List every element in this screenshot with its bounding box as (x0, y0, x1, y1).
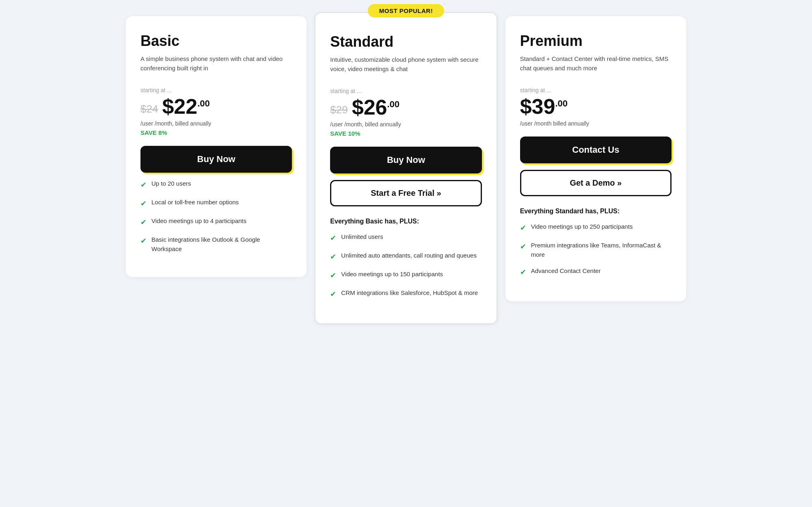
check-icon: ✔ (520, 267, 526, 278)
plan-name: Basic (140, 32, 292, 50)
feature-item: ✔ Unlimited users (330, 232, 482, 244)
plan-card-basic: BasicA simple business phone system with… (126, 16, 307, 277)
check-icon: ✔ (330, 289, 336, 300)
feature-text: Video meetings up to 4 participants (151, 217, 246, 226)
price-cents: .00 (387, 99, 400, 110)
plan-card-standard: MOST POPULAR!StandardIntuitive, customiz… (315, 12, 497, 324)
feature-item: ✔ Video meetings up to 150 participants (330, 270, 482, 281)
starting-at-label: starting at ... (330, 88, 482, 94)
check-icon: ✔ (520, 223, 526, 234)
price-current: $39 .00 (520, 96, 672, 117)
feature-text: Unlimited auto attendants, call routing … (341, 251, 477, 260)
price-cents: .00 (197, 98, 210, 109)
check-icon: ✔ (140, 236, 147, 247)
plan-name: Premium (520, 32, 672, 50)
price-dollar: $26 (352, 97, 387, 118)
check-icon: ✔ (330, 233, 336, 244)
feature-item: ✔ Unlimited auto attendants, call routin… (330, 251, 482, 262)
feature-item: ✔ Video meetings up to 4 participants (140, 217, 292, 228)
check-icon: ✔ (330, 270, 336, 281)
check-icon: ✔ (330, 251, 336, 262)
price-current: $22 .00 (162, 96, 209, 117)
feature-text: Advanced Contact Center (531, 266, 601, 276)
feature-item: ✔ Basic integrations like Outlook & Goog… (140, 235, 292, 254)
cta-secondary-button[interactable]: Get a Demo » (520, 170, 672, 196)
save-badge: SAVE 8% (140, 129, 292, 136)
feature-item: ✔ Premium integrations like Teams, Infor… (520, 241, 672, 259)
save-badge: SAVE 10% (330, 130, 482, 137)
cta-primary-button[interactable]: Contact Us (520, 136, 672, 163)
features-header: Everything Basic has, PLUS: (330, 218, 482, 225)
cta-primary-button[interactable]: Buy Now (330, 147, 482, 173)
feature-item: ✔ Up to 20 users (140, 179, 292, 191)
feature-list: ✔ Unlimited users ✔ Unlimited auto atten… (330, 232, 482, 300)
price-current: $26 .00 (352, 97, 400, 118)
cta-primary-button[interactable]: Buy Now (140, 146, 292, 173)
starting-at-label: starting at ... (140, 87, 292, 93)
pricing-container: BasicA simple business phone system with… (122, 16, 690, 324)
feature-text: Premium integrations like Teams, Informa… (531, 241, 672, 259)
starting-at-label: starting at ... (520, 87, 672, 93)
price-row: $24 $22 .00 (140, 96, 292, 117)
price-row: $29 $26 .00 (330, 97, 482, 118)
plan-card-premium: PremiumStandard + Contact Center with re… (505, 16, 686, 301)
feature-text: CRM integrations like Salesforce, HubSpo… (341, 288, 478, 298)
plan-description: Intuitive, customizable cloud phone syst… (330, 55, 482, 80)
feature-item: ✔ CRM integrations like Salesforce, HubS… (330, 288, 482, 300)
price-dollar: $22 (162, 96, 197, 117)
feature-item: ✔ Advanced Contact Center (520, 266, 672, 278)
feature-text: Local or toll-free number options (151, 198, 239, 207)
price-dollar: $39 (520, 96, 555, 117)
feature-item: ✔ Local or toll-free number options (140, 198, 292, 209)
most-popular-badge: MOST POPULAR! (368, 4, 444, 17)
feature-text: Up to 20 users (151, 179, 191, 188)
check-icon: ✔ (140, 198, 147, 209)
price-billing: /user /month, billed annually (330, 121, 482, 128)
check-icon: ✔ (520, 241, 526, 252)
feature-text: Video meetings up to 250 participants (531, 222, 633, 232)
features-header: Everything Standard has, PLUS: (520, 208, 672, 215)
feature-text: Basic integrations like Outlook & Google… (151, 235, 292, 254)
feature-text: Unlimited users (341, 232, 383, 242)
check-icon: ✔ (140, 180, 147, 191)
price-billing: /user /month, billed annually (140, 120, 292, 127)
feature-list: ✔ Up to 20 users ✔ Local or toll-free nu… (140, 179, 292, 254)
price-billing: /user /month billed annually (520, 120, 672, 127)
price-row: $39 .00 (520, 96, 672, 117)
feature-item: ✔ Video meetings up to 250 participants (520, 222, 672, 234)
price-original: $24 (140, 103, 158, 115)
plan-description: A simple business phone system with chat… (140, 54, 292, 79)
feature-text: Video meetings up to 150 participants (341, 270, 443, 279)
plan-description: Standard + Contact Center with real-time… (520, 54, 672, 79)
feature-list: ✔ Video meetings up to 250 participants … (520, 222, 672, 278)
price-cents: .00 (555, 98, 568, 109)
check-icon: ✔ (140, 217, 147, 228)
price-original: $29 (330, 104, 348, 116)
cta-secondary-button[interactable]: Start a Free Trial » (330, 180, 482, 206)
plan-name: Standard (330, 33, 482, 50)
